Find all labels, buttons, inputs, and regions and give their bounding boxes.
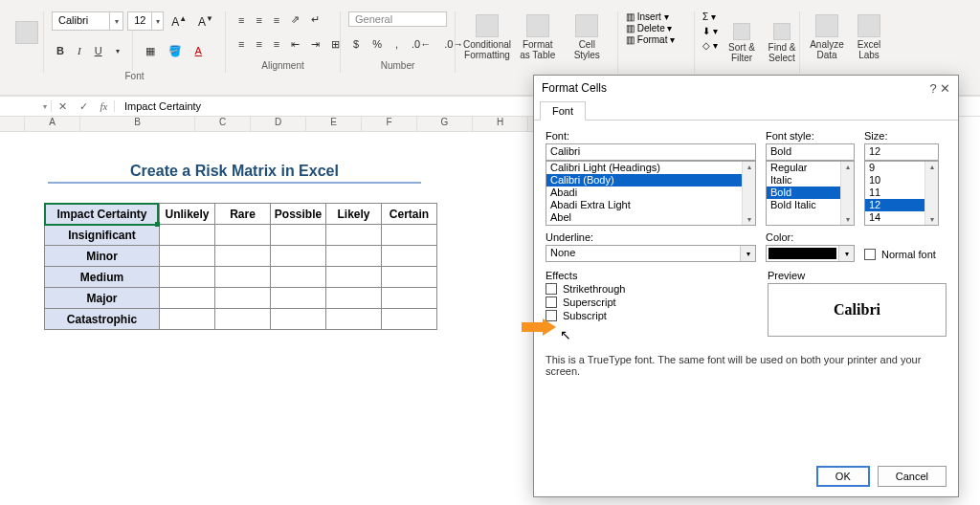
col-head-f[interactable]: F bbox=[362, 117, 417, 132]
matrix-col-certain[interactable]: Certain bbox=[382, 204, 437, 225]
col-head-d[interactable]: D bbox=[251, 117, 306, 132]
risk-matrix-table[interactable]: Impact Certainty Unlikely Rare Possible … bbox=[44, 203, 437, 330]
fill-button[interactable]: ⬇ ▾ bbox=[702, 26, 718, 36]
accounting-button[interactable]: $ bbox=[348, 36, 364, 52]
paste-button[interactable] bbox=[13, 19, 40, 44]
col-head-g[interactable]: G bbox=[417, 117, 473, 132]
format-button[interactable]: ▥ Format ▾ bbox=[626, 34, 686, 45]
cancel-edit-button[interactable]: ✕ bbox=[52, 100, 73, 113]
fx-icon[interactable]: fx bbox=[94, 100, 115, 112]
font-size-input[interactable]: 12 bbox=[864, 143, 939, 161]
scrollbar[interactable]: ▴▾ bbox=[742, 162, 755, 225]
orientation-button[interactable]: ⇗ bbox=[286, 11, 304, 28]
matrix-col-possible[interactable]: Possible bbox=[271, 204, 326, 225]
name-box[interactable]: ▾ bbox=[0, 100, 52, 112]
indent-more-button[interactable]: ⇥ bbox=[306, 36, 324, 53]
align-top-button[interactable]: ≡ bbox=[234, 12, 249, 28]
sort-filter-button[interactable]: Sort & Filter bbox=[724, 21, 760, 63]
label-color: Color: bbox=[766, 231, 855, 243]
subscript-checkbox[interactable]: Subscript bbox=[546, 310, 756, 321]
col-head-e[interactable]: E bbox=[306, 117, 362, 132]
increase-decimal-button[interactable]: .0← bbox=[407, 36, 435, 52]
select-all-corner[interactable] bbox=[0, 117, 25, 132]
italic-button[interactable]: I bbox=[73, 43, 86, 58]
ok-button[interactable]: OK bbox=[816, 466, 870, 487]
list-item[interactable]: Abel bbox=[546, 211, 755, 224]
size-listbox[interactable]: 91011121416 ▴▾ bbox=[864, 161, 939, 226]
conditional-formatting-button[interactable]: Conditional Formatting bbox=[463, 12, 511, 60]
clipboard-icon bbox=[15, 21, 38, 44]
align-center-button[interactable]: ≡ bbox=[251, 36, 266, 52]
font-name-input[interactable]: Calibri bbox=[546, 143, 756, 161]
accept-edit-button[interactable]: ✓ bbox=[73, 100, 94, 113]
flask-icon bbox=[858, 14, 880, 37]
matrix-row-catastrophic[interactable]: Catastrophic bbox=[45, 309, 160, 330]
matrix-col-unlikely[interactable]: Unlikely bbox=[160, 204, 215, 225]
font-group: Calibri ▾ 12 ▾ A▲ A▼ B I U ▾ ▦ 🪣 A bbox=[44, 11, 226, 73]
list-item[interactable]: Abadi Extra Light bbox=[546, 199, 755, 211]
matrix-row-minor[interactable]: Minor bbox=[45, 246, 160, 267]
align-middle-button[interactable]: ≡ bbox=[251, 12, 266, 28]
underline-combo[interactable]: None ▾ bbox=[546, 245, 756, 262]
find-select-button[interactable]: Find & Select bbox=[764, 21, 800, 63]
fill-color-button[interactable]: 🪣 bbox=[164, 43, 187, 59]
list-item[interactable]: Calibri Light (Headings) bbox=[546, 162, 755, 174]
matrix-row-medium[interactable]: Medium bbox=[45, 267, 160, 288]
col-head-a[interactable]: A bbox=[25, 117, 80, 132]
excel-labs-button[interactable]: Excel Labs bbox=[850, 12, 888, 60]
indent-less-button[interactable]: ⇤ bbox=[286, 36, 304, 53]
align-bottom-button[interactable]: ≡ bbox=[269, 12, 284, 28]
bold-button[interactable]: B bbox=[52, 43, 69, 58]
label-preview: Preview bbox=[768, 270, 947, 281]
cancel-button[interactable]: Cancel bbox=[878, 466, 947, 487]
scrollbar[interactable]: ▴▾ bbox=[924, 162, 938, 225]
wrap-text-button[interactable]: ↵ bbox=[306, 11, 324, 28]
align-left-button[interactable]: ≡ bbox=[234, 36, 249, 52]
grow-font-button[interactable]: A▲ bbox=[167, 12, 190, 31]
cells-group: ▥ Insert ▾ ▥ Delete ▾ ▥ Format ▾ bbox=[618, 11, 695, 73]
insert-button[interactable]: ▥ Insert ▾ bbox=[626, 11, 686, 22]
align-right-button[interactable]: ≡ bbox=[269, 36, 284, 52]
color-combo[interactable]: ▾ bbox=[766, 245, 855, 262]
list-item[interactable]: Calibri (Body) bbox=[546, 174, 755, 187]
col-head-b[interactable]: B bbox=[80, 117, 195, 132]
number-group: General $ % , .0← .0→ Number bbox=[341, 11, 456, 73]
scrollbar[interactable]: ▴▾ bbox=[840, 162, 854, 225]
style-listbox[interactable]: RegularItalicBoldBold Italic ▴▾ bbox=[766, 161, 855, 226]
clear-button[interactable]: ◇ ▾ bbox=[702, 40, 718, 51]
font-name-combo[interactable]: Calibri ▾ bbox=[52, 11, 123, 31]
autosum-button[interactable]: Σ ▾ bbox=[702, 11, 716, 22]
normal-font-checkbox[interactable]: Normal font bbox=[864, 249, 936, 260]
delete-button[interactable]: ▥ Delete ▾ bbox=[626, 23, 686, 33]
chevron-down-icon: ▾ bbox=[151, 12, 163, 30]
label-size: Size: bbox=[864, 130, 939, 142]
font-color-button[interactable]: A bbox=[190, 43, 207, 58]
matrix-col-likely[interactable]: Likely bbox=[326, 204, 382, 225]
dialog-close-button[interactable]: ✕ bbox=[940, 81, 950, 96]
tab-font[interactable]: Font bbox=[540, 101, 586, 121]
format-as-table-button[interactable]: Format as Table bbox=[515, 12, 561, 60]
shrink-font-button[interactable]: A▼ bbox=[194, 12, 217, 31]
underline-button[interactable]: U bbox=[90, 43, 107, 58]
matrix-col-rare[interactable]: Rare bbox=[215, 204, 271, 225]
list-item[interactable]: Abadi bbox=[546, 187, 755, 199]
col-head-c[interactable]: C bbox=[195, 117, 251, 132]
matrix-row-major[interactable]: Major bbox=[45, 288, 160, 309]
font-listbox[interactable]: Calibri Light (Headings)Calibri (Body)Ab… bbox=[546, 161, 756, 226]
strikethrough-checkbox[interactable]: Strikethrough bbox=[546, 283, 756, 295]
list-item[interactable]: Abril Fatface bbox=[546, 224, 755, 226]
col-head-h[interactable]: H bbox=[473, 117, 528, 132]
number-format-combo[interactable]: General bbox=[348, 11, 447, 27]
font-style-input[interactable]: Bold bbox=[766, 143, 855, 161]
alignment-group: ≡ ≡ ≡ ⇗ ↵ ≡ ≡ ≡ ⇤ ⇥ ⊞ Alignment bbox=[226, 11, 341, 73]
dialog-help-button[interactable]: ? bbox=[929, 81, 936, 96]
comma-button[interactable]: , bbox=[390, 36, 403, 52]
analyze-data-button[interactable]: Analyze Data bbox=[808, 12, 846, 60]
border-button[interactable]: ▦ bbox=[141, 43, 160, 59]
matrix-corner-cell[interactable]: Impact Certainty bbox=[45, 204, 160, 225]
cell-styles-button[interactable]: Cell Styles bbox=[565, 12, 611, 60]
font-size-combo[interactable]: 12 ▾ bbox=[127, 11, 164, 31]
superscript-checkbox[interactable]: Superscript bbox=[546, 296, 756, 308]
matrix-row-insignificant[interactable]: Insignificant bbox=[45, 225, 160, 246]
percent-button[interactable]: % bbox=[368, 36, 387, 52]
